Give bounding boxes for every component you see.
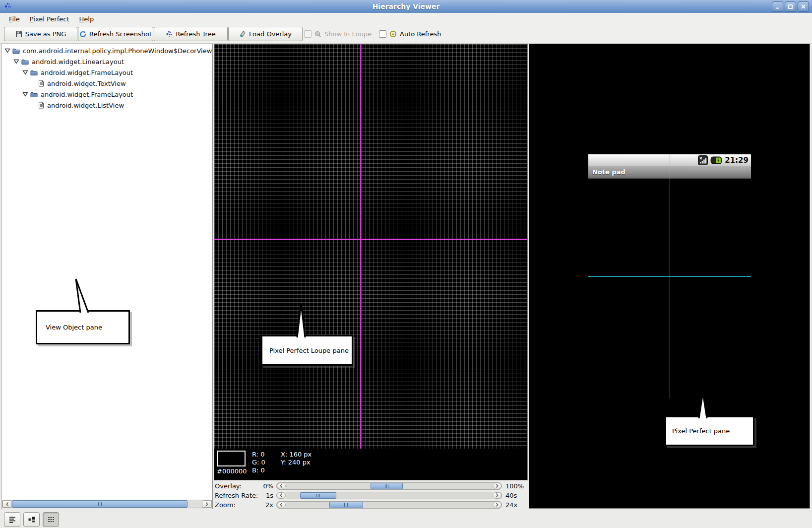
slider-track[interactable]: [286, 483, 493, 489]
overlay-slider-value: 0%: [259, 482, 273, 490]
pixel-green-value: G: 0: [252, 459, 281, 466]
show-in-loupe-checkbox[interactable]: [304, 30, 312, 38]
expander-open-icon[interactable]: [22, 92, 28, 97]
refresh-tree-label: Refresh Tree: [176, 30, 215, 38]
device-app-title: Note pad: [588, 168, 625, 176]
tree-item-framelayout-1[interactable]: android.widget.FrameLayout: [1, 67, 212, 78]
view-switcher: [4, 512, 59, 527]
slider-thumb[interactable]: [329, 502, 364, 508]
load-overlay-button[interactable]: Load Overlay: [228, 27, 303, 41]
blocks-icon: [28, 516, 36, 524]
floppy-icon: [15, 31, 22, 38]
slider-increase-button[interactable]: [493, 492, 501, 499]
view-object-pane-callout: View Object pane: [36, 310, 130, 344]
overlay-slider-max: 100%: [502, 482, 528, 490]
chevron-right-icon: [205, 502, 209, 507]
title-bar[interactable]: Hierarchy Viewer: [0, 0, 812, 13]
scroll-right-button[interactable]: [202, 500, 211, 508]
scrollbar-track[interactable]: [12, 500, 202, 508]
slider-thumb[interactable]: [300, 492, 336, 499]
refresh-screenshot-button[interactable]: Refresh Screenshot: [78, 27, 153, 41]
auto-refresh-checkbox-group: Auto Refresh: [379, 27, 441, 41]
expander-open-icon[interactable]: [13, 59, 19, 64]
folder-icon: [12, 48, 20, 54]
menu-bar: File Pixel Perfect Help: [0, 13, 812, 25]
tree-item-label: android.widget.FrameLayout: [41, 91, 133, 98]
minimize-button[interactable]: [772, 1, 783, 12]
tree-view-button[interactable]: [4, 512, 20, 527]
list-lines-icon: [8, 516, 16, 524]
chevron-left-icon: [279, 502, 283, 507]
tree-item-textview[interactable]: android.widget.TextView: [1, 78, 212, 89]
scrollbar-thumb[interactable]: [12, 500, 187, 508]
document-icon: [38, 102, 44, 109]
callout-text: Pixel Perfect pane: [672, 427, 730, 435]
app-logo-icon: [4, 2, 12, 10]
callout-text: Pixel Perfect Loupe pane: [269, 347, 349, 354]
scroll-left-button[interactable]: [2, 500, 12, 508]
tree-item-decorview[interactable]: com.android.internal.policy.impl.PhoneWi…: [1, 45, 212, 56]
expander-open-icon[interactable]: [22, 70, 28, 75]
toolbar: Save as PNG Refresh Screenshot Refresh T…: [0, 25, 812, 44]
pixel-x-coordinate: X: 160 px: [281, 451, 312, 459]
auto-refresh-checkbox[interactable]: [379, 30, 386, 38]
tree-item-linearlayout[interactable]: android.widget.LinearLayout: [1, 56, 212, 67]
pixel-perfect-loupe-section: #000000 R: 0 G: 0 B: 0 X: 160 px Y: 240 …: [214, 44, 528, 509]
save-as-png-button[interactable]: Save as PNG: [4, 27, 77, 41]
refresh-tree-button[interactable]: Refresh Tree: [154, 27, 228, 41]
signal-strength-icon: [698, 155, 708, 165]
menu-help[interactable]: Help: [74, 14, 99, 24]
slider-track[interactable]: [286, 492, 493, 499]
tree-item-label: android.widget.TextView: [47, 80, 126, 87]
zoom-slider-value: 2x: [259, 501, 273, 509]
refresh-screenshot-label: Refresh Screenshot: [89, 30, 152, 38]
slider-increase-button[interactable]: [493, 483, 501, 489]
folder-icon: [30, 69, 38, 76]
loupe-pane-callout: Pixel Perfect Loupe pane: [261, 335, 353, 366]
slider-decrease-button[interactable]: [277, 492, 286, 499]
menu-file[interactable]: File: [4, 14, 25, 24]
loupe-icon: [314, 31, 321, 38]
show-in-loupe-label: Show In Loupe: [324, 30, 372, 38]
slider-decrease-button[interactable]: [277, 483, 286, 489]
slider-track[interactable]: [286, 502, 493, 508]
pixel-blue-value: B: 0: [252, 466, 281, 474]
folder-icon: [21, 59, 29, 65]
window-controls: [772, 1, 809, 12]
hierarchy-logo-icon: [166, 31, 173, 38]
expander-open-icon[interactable]: [4, 48, 10, 53]
document-icon: [38, 80, 44, 87]
close-icon: [801, 4, 806, 9]
close-button[interactable]: [798, 1, 809, 12]
overlay-slider[interactable]: [276, 482, 502, 490]
refresh-rate-slider-value: 1s: [259, 492, 273, 499]
refresh-rate-slider-max: 40s: [502, 492, 528, 499]
layout-view-button[interactable]: [23, 512, 40, 527]
zoom-slider-label: Zoom:: [215, 501, 259, 509]
pixel-perfect-loupe-pane[interactable]: #000000 R: 0 G: 0 B: 0 X: 160 px Y: 240 …: [214, 44, 528, 480]
hierarchy-tree: com.android.internal.policy.impl.PhoneWi…: [1, 45, 212, 111]
tree-item-listview[interactable]: android.widget.ListView: [1, 100, 212, 111]
maximize-icon: [788, 4, 793, 9]
view-object-pane: com.android.internal.policy.impl.PhoneWi…: [1, 44, 213, 509]
overlay-slider-row: Overlay: 0% 100%: [215, 481, 528, 490]
pixel-hex-value: #000000: [217, 467, 252, 475]
menu-pixel-perfect[interactable]: Pixel Perfect: [25, 14, 74, 24]
pixel-perfect-view-button[interactable]: [43, 512, 59, 527]
auto-refresh-clock-icon: [389, 30, 397, 38]
refresh-icon: [79, 31, 86, 38]
zoom-slider-max: 24x: [502, 501, 528, 509]
tree-item-framelayout-2[interactable]: android.widget.FrameLayout: [1, 89, 212, 100]
grid-icon: [47, 516, 55, 524]
slider-thumb[interactable]: [371, 483, 403, 489]
slider-decrease-button[interactable]: [277, 502, 286, 508]
zoom-slider[interactable]: [276, 501, 502, 509]
tree-horizontal-scrollbar[interactable]: [2, 500, 212, 508]
tree-item-label: com.android.internal.policy.impl.PhoneWi…: [23, 47, 212, 55]
maximize-button[interactable]: [785, 1, 796, 12]
slider-increase-button[interactable]: [493, 502, 501, 508]
tree-item-label: android.widget.ListView: [47, 102, 124, 109]
chevron-left-icon: [279, 493, 283, 498]
refresh-rate-slider[interactable]: [276, 492, 502, 499]
loupe-crosshair-vertical: [360, 44, 361, 480]
